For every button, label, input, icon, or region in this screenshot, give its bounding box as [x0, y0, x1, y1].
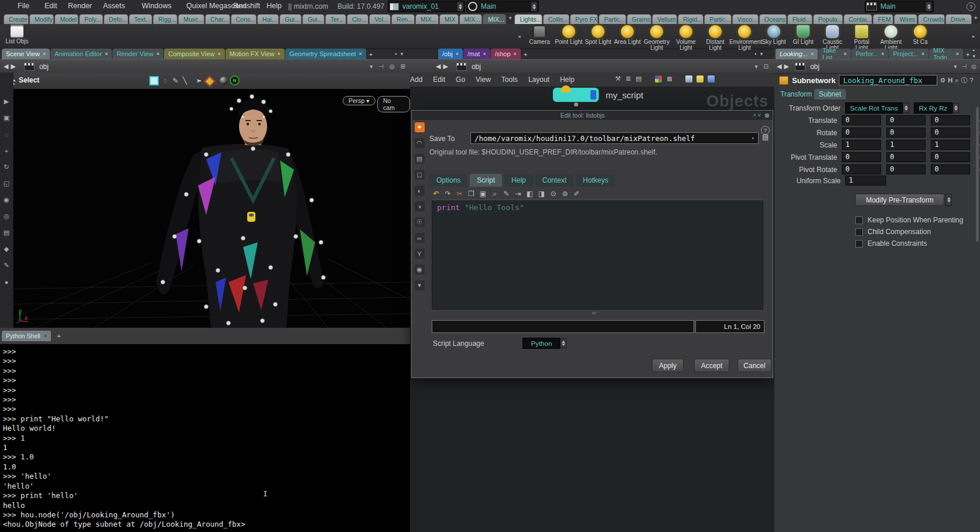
- node-name-field[interactable]: Looking_Around_fbx: [839, 75, 937, 85]
- shelf-tab[interactable]: Pyro FX: [570, 14, 598, 24]
- tab-composite-view[interactable]: Composite View×: [164, 49, 225, 59]
- shelf-tool[interactable]: Area Light: [613, 25, 642, 51]
- houdini-logo-icon[interactable]: ◠: [415, 138, 425, 148]
- tab-take-list[interactable]: Take List×: [818, 49, 851, 59]
- dropdown-spinner[interactable]: [952, 103, 959, 113]
- indent-icon[interactable]: ⇥: [514, 189, 523, 198]
- page-icon[interactable]: ▤: [415, 154, 425, 164]
- shelf-tool[interactable]: Distant Light: [701, 25, 730, 51]
- accept-button[interactable]: Accept: [694, 359, 729, 372]
- copy-icon[interactable]: ❐: [467, 189, 476, 198]
- shelf-tab[interactable]: Text...: [129, 14, 152, 24]
- shelf-tool[interactable]: Environment Light: [730, 25, 759, 51]
- forward-icon[interactable]: ▶: [443, 63, 448, 70]
- find-replace-icon[interactable]: ✎: [502, 189, 511, 198]
- pin-icon[interactable]: ⊣: [378, 63, 384, 70]
- pose-tool-icon[interactable]: ◉: [2, 195, 11, 204]
- node-output-connector[interactable]: [574, 102, 578, 107]
- shelf-tool[interactable]: Portal Light: [847, 25, 876, 51]
- param-field-x[interactable]: 0: [842, 164, 881, 174]
- shelf-tool[interactable]: St Ca: [906, 25, 935, 51]
- shot-selector[interactable]: Main: [865, 1, 934, 12]
- dialog-titlebar[interactable]: Edit tool: listobjs ˄ ˅ ⊗: [412, 111, 773, 120]
- cut-icon[interactable]: ✂: [455, 189, 464, 198]
- gear-icon[interactable]: ⚙: [940, 77, 945, 84]
- network-menu-item[interactable]: Help: [560, 75, 575, 84]
- shelf-tool[interactable]: Volume Light: [671, 25, 701, 51]
- python-shell-output[interactable]: >>>>>>>>>>>>>>>>>>>>>>>> print "Hello wo…: [0, 344, 410, 532]
- shelf-tab[interactable]: Rigid...: [678, 14, 704, 24]
- uniform-scale-field[interactable]: 1: [845, 176, 886, 186]
- transform-order-dropdown[interactable]: Scale Rot Trans: [845, 102, 903, 114]
- close-icon[interactable]: ×: [881, 51, 884, 57]
- close-icon[interactable]: ×: [956, 51, 959, 57]
- shelf-tab[interactable]: FEM: [873, 14, 894, 24]
- persp-pill[interactable]: Persp ▾: [343, 96, 375, 105]
- shelf-tab[interactable]: Visco...: [732, 14, 759, 24]
- network-menu-item[interactable]: Layout: [528, 75, 549, 84]
- uncomment-icon[interactable]: ⊚: [561, 189, 569, 198]
- tab-animation-editor[interactable]: Animation Editor×: [50, 49, 112, 59]
- menu-assets[interactable]: Assets: [103, 2, 125, 10]
- close-icon[interactable]: ×: [811, 51, 814, 57]
- cancel-button[interactable]: Cancel: [737, 359, 771, 372]
- close-icon[interactable]: ×: [43, 51, 46, 57]
- tab-scene-view[interactable]: Scene View×: [2, 49, 50, 59]
- close-icon[interactable]: ×: [921, 51, 924, 57]
- param-field-y[interactable]: 1: [886, 140, 926, 150]
- redo-icon[interactable]: ↷: [443, 189, 452, 198]
- shelf-tool[interactable]: Sky Light: [759, 25, 788, 51]
- marquee-select-icon[interactable]: [149, 75, 159, 85]
- houdini-help-icon[interactable]: H: [948, 77, 952, 84]
- snapping-icon[interactable]: N: [230, 75, 240, 85]
- camera-lock-icon[interactable]: ●: [2, 277, 11, 286]
- add-tab-button[interactable]: +: [521, 50, 530, 59]
- menu-edit[interactable]: Edit: [45, 2, 57, 10]
- pane-controls-icon[interactable]: ▪ ▾: [972, 45, 980, 59]
- file-chooser-icon[interactable]: ▤: [762, 133, 769, 141]
- link-icon[interactable]: ◎: [971, 63, 976, 70]
- box-select-icon[interactable]: ▣: [2, 114, 11, 122]
- shelf-tab[interactable]: Wires: [894, 14, 917, 24]
- shelf-overflow-button-right[interactable]: +: [972, 13, 980, 24]
- modify-pre-transform-button[interactable]: Modify Pre-Transform: [855, 194, 944, 206]
- message-field[interactable]: [432, 320, 694, 333]
- path-text[interactable]: obj: [472, 63, 481, 71]
- add-tab-button[interactable]: +: [367, 50, 375, 59]
- shelf-tab[interactable]: Char...: [205, 14, 230, 24]
- shift-right-icon[interactable]: ◨: [537, 189, 546, 198]
- close-icon[interactable]: ×: [105, 51, 108, 57]
- laser-select-icon[interactable]: ╲: [180, 75, 190, 85]
- dropdown-spinner[interactable]: [903, 103, 909, 113]
- pre-transform-spinner[interactable]: [945, 194, 952, 206]
- rotate-tool-icon[interactable]: ↻: [2, 163, 11, 171]
- close-icon[interactable]: ×: [359, 51, 362, 57]
- back-icon[interactable]: ◀: [436, 63, 441, 70]
- network-menu-item[interactable]: View: [476, 75, 491, 84]
- path-dropdown-icon[interactable]: ▾: [755, 63, 758, 70]
- menu-render[interactable]: Render: [68, 2, 92, 10]
- shelf-tool[interactable]: Camera: [525, 25, 554, 51]
- shelf-tab[interactable]: Ter...: [325, 14, 346, 24]
- menu-redshift[interactable]: Redshift: [233, 2, 260, 10]
- shelf-tab[interactable]: MIX...: [415, 14, 439, 24]
- tab-mix-todo[interactable]: MIX Todo×: [929, 49, 963, 59]
- shade-mode-icon[interactable]: ▤: [2, 228, 11, 237]
- back-icon[interactable]: ◀: [4, 63, 8, 70]
- shelf-tab[interactable]: Create: [4, 14, 29, 24]
- person-icon[interactable]: ☉: [415, 217, 425, 227]
- help-icon[interactable]: ?: [969, 77, 973, 84]
- shelf-tab[interactable]: Gui...: [279, 14, 302, 24]
- shelf-tab[interactable]: Popula...: [813, 14, 843, 24]
- shelf-tab[interactable]: Partic...: [704, 14, 731, 24]
- scrollbar[interactable]: [976, 107, 979, 242]
- shelf-tab[interactable]: MIX...: [459, 14, 483, 24]
- param-field-z[interactable]: 0: [931, 115, 970, 125]
- close-icon[interactable]: ×: [44, 333, 47, 339]
- close-icon[interactable]: ×: [483, 51, 486, 57]
- tab-python-shell[interactable]: Python Shell×: [2, 331, 51, 341]
- tab-help[interactable]: Help: [504, 174, 533, 187]
- close-icon[interactable]: ×: [278, 51, 281, 57]
- bulb-lit-icon[interactable]: ◑: [415, 201, 425, 211]
- path-dropdown-icon[interactable]: ▾: [370, 63, 373, 70]
